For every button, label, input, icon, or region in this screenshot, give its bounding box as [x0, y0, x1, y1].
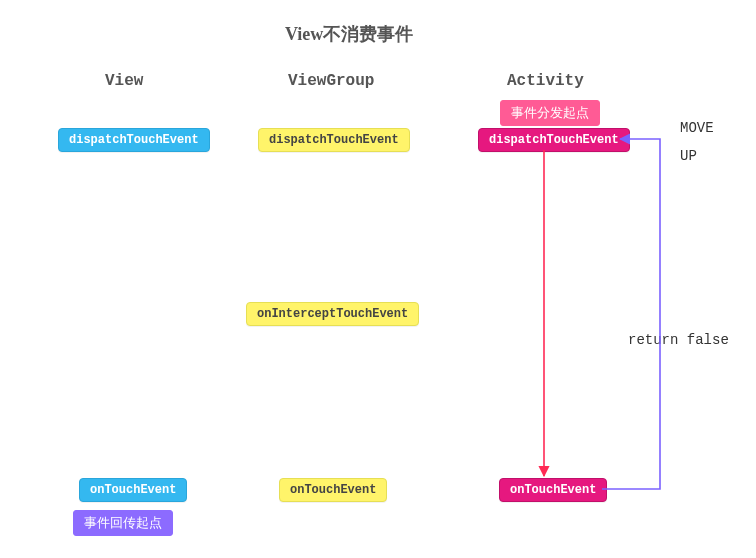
- col-header-viewgroup: ViewGroup: [288, 72, 374, 90]
- diagram-title: View不消费事件: [285, 22, 413, 46]
- node-view-touch: onTouchEvent: [79, 478, 187, 502]
- col-header-view: View: [105, 72, 143, 90]
- col-header-activity: Activity: [507, 72, 584, 90]
- label-return-false: return false: [628, 332, 729, 348]
- arrow-return-false: [602, 139, 660, 489]
- node-vg-touch: onTouchEvent: [279, 478, 387, 502]
- node-vg-intercept: onInterceptTouchEvent: [246, 302, 419, 326]
- badge-dispatch-start: 事件分发起点: [500, 100, 600, 126]
- badge-return-start: 事件回传起点: [73, 510, 173, 536]
- node-view-dispatch: dispatchTouchEvent: [58, 128, 210, 152]
- label-up: UP: [680, 148, 697, 164]
- label-move: MOVE: [680, 120, 714, 136]
- node-vg-dispatch: dispatchTouchEvent: [258, 128, 410, 152]
- node-act-dispatch: dispatchTouchEvent: [478, 128, 630, 152]
- node-act-touch: onTouchEvent: [499, 478, 607, 502]
